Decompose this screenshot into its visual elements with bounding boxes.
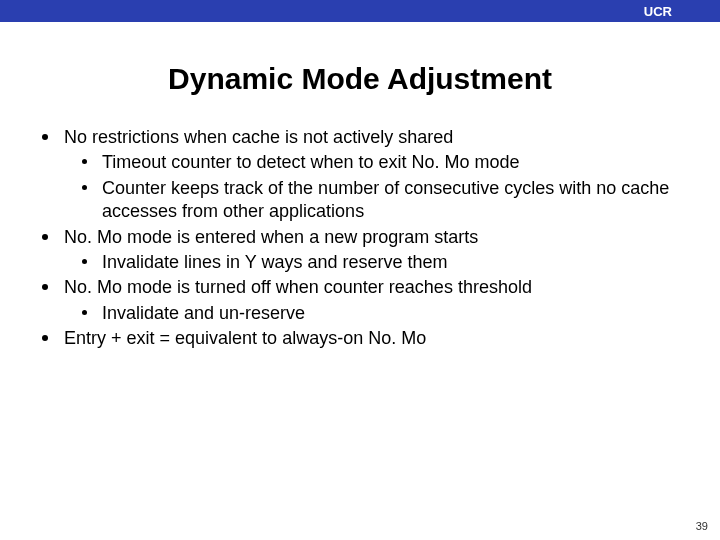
list-item: Timeout counter to detect when to exit N… (64, 151, 690, 174)
page-number: 39 (696, 520, 708, 532)
sub-list: Invalidate and un-reserve (64, 302, 690, 325)
list-item: Counter keeps track of the number of con… (64, 177, 690, 224)
list-item: No restrictions when cache is not active… (30, 126, 690, 224)
sub-list: Invalidate lines in Y ways and reserve t… (64, 251, 690, 274)
header-bar: UCR (0, 0, 720, 22)
list-item: Entry + exit = equivalent to always-on N… (30, 327, 690, 350)
bullet-list: No restrictions when cache is not active… (30, 126, 690, 351)
bullet-text: No restrictions when cache is not active… (64, 127, 453, 147)
bullet-text: Entry + exit = equivalent to always-on N… (64, 328, 426, 348)
list-item: Invalidate and un-reserve (64, 302, 690, 325)
slide-content: No restrictions when cache is not active… (0, 126, 720, 351)
bullet-text: Invalidate lines in Y ways and reserve t… (102, 252, 448, 272)
bullet-text: No. Mo mode is turned off when counter r… (64, 277, 532, 297)
list-item: Invalidate lines in Y ways and reserve t… (64, 251, 690, 274)
list-item: No. Mo mode is turned off when counter r… (30, 276, 690, 325)
header-label: UCR (644, 4, 672, 19)
bullet-text: Counter keeps track of the number of con… (102, 178, 669, 221)
bullet-text: Timeout counter to detect when to exit N… (102, 152, 520, 172)
sub-list: Timeout counter to detect when to exit N… (64, 151, 690, 223)
list-item: No. Mo mode is entered when a new progra… (30, 226, 690, 275)
bullet-text: Invalidate and un-reserve (102, 303, 305, 323)
slide-title: Dynamic Mode Adjustment (0, 62, 720, 96)
bullet-text: No. Mo mode is entered when a new progra… (64, 227, 478, 247)
